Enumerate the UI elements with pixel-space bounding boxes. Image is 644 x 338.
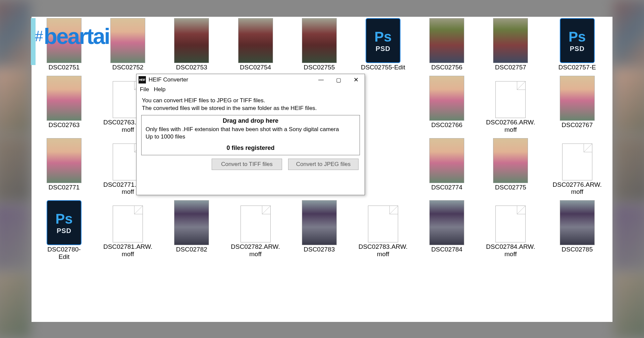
- file-thumbnail[interactable]: DSC02783.ARW.moff: [359, 200, 408, 261]
- menu-file[interactable]: File: [140, 86, 149, 93]
- beartai-watermark: # beartai: [35, 23, 109, 49]
- app-icon: HEIF: [139, 76, 146, 83]
- file-thumbnail[interactable]: DSC02757: [486, 18, 535, 71]
- blank-file-icon: [368, 206, 398, 242]
- file-thumbnail[interactable]: DSC02781.ARW.moff: [103, 200, 152, 261]
- ps-glyph: Ps: [55, 211, 72, 227]
- file-name-label: DSC02755-Edit: [361, 64, 405, 71]
- blank-file-icon: [562, 144, 592, 180]
- file-name-label: DSC02775: [495, 184, 526, 191]
- file-name-label: DSC02771: [48, 184, 79, 191]
- file-thumbnail[interactable]: PsPSDDSC02757-E: [553, 18, 602, 71]
- close-button[interactable]: ✕: [347, 75, 365, 85]
- blurred-backdrop-right: [614, 0, 644, 338]
- photo-thumbnail-icon: [174, 200, 209, 245]
- title-bar[interactable]: HEIF HEIF Converter — ▢ ✕: [137, 74, 365, 86]
- file-name-label: DSC02757: [495, 64, 526, 71]
- convert-jpeg-button[interactable]: Convert to JPEG files: [288, 159, 359, 170]
- file-thumbnail[interactable]: DSC02775: [486, 138, 535, 196]
- file-thumbnail[interactable]: DSC02755: [298, 18, 341, 71]
- file-thumbnail[interactable]: DSC02783: [298, 200, 341, 261]
- file-name-label: DSC02776.ARW.moff: [553, 181, 602, 196]
- file-thumbnail[interactable]: DSC02767: [553, 76, 602, 133]
- file-name-label: DSC02783.ARW.moff: [359, 243, 408, 258]
- file-thumbnail[interactable]: DSC02784: [425, 200, 469, 261]
- file-thumbnail[interactable]: DSC02774: [425, 138, 469, 196]
- file-name-label: DSC02755: [304, 64, 335, 71]
- photo-thumbnail-icon: [429, 18, 464, 63]
- blank-file-icon: [495, 206, 526, 242]
- menu-bar: File Help: [137, 86, 365, 95]
- blank-file-icon: [495, 81, 526, 118]
- file-name-label: DSC02766.ARW.moff: [486, 119, 535, 133]
- file-name-label: DSC02774: [431, 184, 463, 191]
- file-name-label: DSC02757-E: [558, 64, 596, 71]
- file-thumbnail[interactable]: DSC02782: [170, 200, 213, 261]
- photo-thumbnail-icon: [429, 138, 464, 183]
- ps-glyph: Ps: [374, 29, 391, 45]
- file-thumbnail[interactable]: PsPSDDSC02780-Edit: [42, 200, 86, 261]
- photo-thumbnail-icon: [429, 76, 464, 121]
- photo-thumbnail-icon: [560, 76, 595, 121]
- file-name-label: DSC02784: [431, 246, 463, 253]
- file-name-label: DSC02751: [48, 64, 79, 71]
- photo-thumbnail-icon: [302, 18, 337, 63]
- heif-converter-window: HEIF HEIF Converter — ▢ ✕ File Help You …: [136, 74, 365, 195]
- file-name-label: DSC02780-Edit: [42, 246, 86, 261]
- file-name-label: DSC02767: [561, 121, 593, 129]
- dropzone-title: Drag and drop here: [146, 117, 356, 124]
- psd-label: PSD: [57, 227, 71, 235]
- menu-help[interactable]: Help: [154, 86, 165, 93]
- file-thumbnail[interactable]: DSC02785: [553, 200, 602, 261]
- drop-zone[interactable]: Drag and drop here Only files with .HIF …: [141, 115, 360, 155]
- photo-thumbnail-icon: [110, 18, 145, 63]
- ps-glyph: Ps: [569, 29, 586, 45]
- photo-thumbnail-icon: [47, 138, 82, 183]
- maximize-button[interactable]: ▢: [330, 75, 347, 85]
- photo-thumbnail-icon: [174, 18, 209, 63]
- file-thumbnail[interactable]: DSC02766.ARW.moff: [486, 76, 535, 133]
- watermark-text: beartai: [44, 23, 109, 49]
- file-thumbnail[interactable]: DSC02752: [103, 18, 152, 71]
- file-thumbnail[interactable]: DSC02763: [42, 76, 86, 133]
- dropzone-count: 0 files registered: [146, 145, 356, 152]
- file-thumbnail[interactable]: DSC02776.ARW.moff: [553, 138, 602, 196]
- blank-file-icon: [113, 206, 143, 242]
- minimize-button[interactable]: —: [312, 75, 330, 85]
- file-name-label: DSC02756: [431, 64, 463, 71]
- photo-thumbnail-icon: [47, 76, 82, 121]
- file-name-label: DSC02782.ARW.moff: [231, 243, 280, 258]
- file-name-label: DSC02783: [304, 246, 335, 253]
- file-name-label: DSC02753: [176, 64, 207, 71]
- file-name-label: DSC02785: [561, 246, 593, 253]
- file-thumbnail[interactable]: DSC02771: [42, 138, 86, 196]
- psd-label: PSD: [570, 45, 585, 53]
- file-name-label: DSC02766: [431, 121, 463, 129]
- file-thumbnail[interactable]: DSC02756: [425, 18, 469, 71]
- file-thumbnail[interactable]: DSC02782.ARW.moff: [231, 200, 280, 261]
- file-thumbnail[interactable]: DSC02766: [425, 76, 469, 133]
- instructions-text: You can convert HEIF files to JPEG or TI…: [137, 95, 365, 115]
- file-thumbnail[interactable]: DSC02784.ARW.moff: [486, 200, 535, 261]
- photo-thumbnail-icon: [238, 18, 273, 63]
- file-name-label: DSC02752: [112, 64, 144, 71]
- psd-icon: PsPSD: [560, 18, 595, 63]
- photo-thumbnail-icon: [493, 18, 528, 63]
- file-name-label: DSC02781.ARW.moff: [103, 243, 152, 258]
- photo-thumbnail-icon: [429, 200, 464, 245]
- file-name-label: DSC02754: [240, 64, 271, 71]
- file-thumbnail[interactable]: PsPSDDSC02755-Edit: [359, 18, 408, 71]
- watermark-hash: #: [35, 28, 43, 45]
- convert-tiff-button[interactable]: Convert to TIFF files: [212, 159, 282, 170]
- photo-thumbnail-icon: [302, 200, 337, 245]
- blurred-backdrop-left: [0, 0, 30, 338]
- file-thumbnail[interactable]: DSC02754: [231, 18, 280, 71]
- file-name-label: DSC02784.ARW.moff: [486, 243, 535, 258]
- psd-icon: PsPSD: [366, 18, 400, 63]
- file-name-label: DSC02782: [176, 246, 207, 253]
- photo-thumbnail-icon: [493, 138, 528, 183]
- psd-icon: PsPSD: [47, 200, 82, 245]
- button-row: Convert to TIFF files Convert to JPEG fi…: [137, 158, 365, 170]
- file-thumbnail[interactable]: DSC02753: [170, 18, 213, 71]
- dropzone-hint: Only files with .HIF extension that have…: [146, 126, 356, 140]
